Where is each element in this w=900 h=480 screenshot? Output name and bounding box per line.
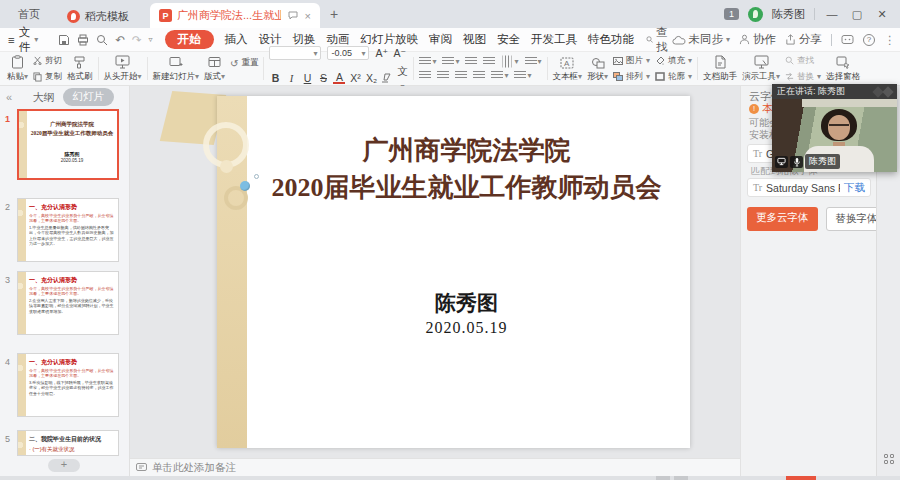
copy-button[interactable]: 复制 xyxy=(33,71,62,83)
add-slide-button[interactable]: + xyxy=(48,459,80,472)
new-tab-button[interactable]: + xyxy=(320,0,348,28)
webcam-video[interactable]: 陈秀图 xyxy=(772,99,897,172)
user-name[interactable]: 陈秀图 xyxy=(772,7,805,22)
sync-status[interactable]: 未同步 ▾ xyxy=(672,32,731,47)
format-painter-button[interactable]: 格式刷 xyxy=(67,54,93,83)
chevron-down-icon[interactable]: ▿ xyxy=(149,35,153,44)
comment-bubble-icon[interactable] xyxy=(288,11,298,20)
slide-author[interactable]: 陈秀图 xyxy=(247,289,686,317)
outline-button[interactable]: 轮廓▾ xyxy=(655,71,692,83)
slide-thumbnail-3[interactable]: 一、充分认清形势 今年，高校毕业生就业形势十分严峻，从全省情况看，主要体现在四个… xyxy=(17,271,119,335)
video-call-overlay[interactable]: 正在讲话: 陈秀图 陈秀图 xyxy=(772,84,897,172)
file-menu[interactable]: ≡ 文件 ▾ xyxy=(8,25,38,55)
replace-button[interactable]: 替换▾ xyxy=(785,71,821,83)
tab-document[interactable]: P 广州商学院法...生就业动员会 × xyxy=(150,3,320,28)
avatar[interactable] xyxy=(748,7,763,22)
close-button[interactable]: ✕ xyxy=(874,8,890,21)
font-size-combo[interactable]: -0.05▾ xyxy=(327,46,369,60)
slide-title[interactable]: 广州商学院法学院 2020届毕业生就业工作教师动员会 xyxy=(247,132,686,206)
new-slide-button[interactable]: 新建幻灯片▾ xyxy=(153,54,200,83)
slide-canvas[interactable]: 广州商学院法学院 2020届毕业生就业工作教师动员会 陈秀图 2020.05.1… xyxy=(217,96,690,448)
notes-bar[interactable]: 单击此处添加备注 xyxy=(130,458,740,476)
slide-sorter-icon[interactable] xyxy=(884,454,894,464)
collaborate-button[interactable]: 协作 xyxy=(739,32,776,47)
superscript-button[interactable]: X² xyxy=(349,72,361,84)
menu-item-view[interactable]: 视图 xyxy=(463,32,486,47)
help-icon[interactable]: ? xyxy=(863,34,875,46)
share-button[interactable]: 分享 xyxy=(785,32,822,47)
more-cloud-fonts-button[interactable]: 更多云字体 xyxy=(747,207,818,231)
print-preview-icon[interactable] xyxy=(96,34,108,46)
bold-button[interactable]: B xyxy=(269,72,281,84)
doc-assistant-button[interactable]: 文档助手 xyxy=(703,54,737,83)
text-direction-icon[interactable]: ▾ xyxy=(501,57,518,66)
tab-close-icon[interactable]: × xyxy=(305,10,311,22)
subscript-button[interactable]: X₂ xyxy=(365,72,377,84)
slide-date[interactable]: 2020.05.19 xyxy=(247,319,686,337)
microphone-icon[interactable] xyxy=(790,156,803,168)
more-options-icon[interactable]: ⋮ xyxy=(884,33,896,47)
paste-button[interactable]: 粘贴▾ xyxy=(7,54,28,83)
decrease-indent-icon[interactable] xyxy=(465,57,477,66)
slide-thumbnail-4[interactable]: 一、充分认清形势 今年，高校毕业生就业形势十分严峻，从全省情况看，主要体现在四个… xyxy=(17,353,119,417)
print-icon[interactable] xyxy=(77,34,89,46)
notification-badge[interactable]: 1 xyxy=(724,8,739,20)
save-icon[interactable] xyxy=(58,34,70,46)
textbox-button[interactable]: A 文本框▾ xyxy=(553,54,583,83)
paragraph-settings-icon[interactable]: ▾ xyxy=(525,57,542,66)
menu-item-transition[interactable]: 切换 xyxy=(293,32,316,47)
underline-button[interactable]: U xyxy=(301,72,313,84)
selection-pane-button[interactable]: 选择窗格 xyxy=(826,54,860,83)
video-call-header[interactable]: 正在讲话: 陈秀图 xyxy=(772,84,897,99)
slide-thumbnail-1[interactable]: 广州商学院法学院 2020届毕业生就业工作教师动员会 陈秀图 2020.05.1… xyxy=(17,109,119,180)
collapse-panel-icon[interactable]: « xyxy=(0,91,18,103)
find-menu[interactable]: 查找 xyxy=(646,25,672,55)
decrease-font-icon[interactable]: A⁻ xyxy=(393,47,405,59)
tab-slides[interactable]: 幻灯片 xyxy=(63,88,115,106)
font-name-combo[interactable]: ▾ xyxy=(269,46,321,60)
font-item-saturday-sans[interactable]: Tr Saturday Sans Regul 下载 xyxy=(747,178,871,197)
align-right-icon[interactable] xyxy=(455,71,467,80)
from-beginning-button[interactable]: 从头开始▾ xyxy=(104,54,142,83)
tab-outline[interactable]: 大纲 xyxy=(33,90,55,105)
menu-item-design[interactable]: 设计 xyxy=(259,32,282,47)
slide-thumbnail-2[interactable]: 一、充分认清形势 今年，高校毕业生就业形势十分严峻，从全省情况看，主要体现在四个… xyxy=(17,198,119,262)
bullets-icon[interactable]: ▾ xyxy=(419,57,436,66)
slide-editor-area[interactable]: 广州商学院法学院 2020届毕业生就业工作教师动员会 陈秀图 2020.05.1… xyxy=(130,86,740,480)
slide-thumbnail-5[interactable]: 二、我院毕业生目前的状况 · (一)有关就业状况 xyxy=(17,430,119,456)
align-center-icon[interactable] xyxy=(437,71,449,80)
redo-icon[interactable]: ↷ xyxy=(132,33,142,47)
layout-button[interactable]: 版式▾ xyxy=(204,54,225,83)
tab-docer[interactable]: 稻壳模板 xyxy=(58,4,150,28)
menu-item-security[interactable]: 安全 xyxy=(497,32,520,47)
fill-button[interactable]: 填充▾ xyxy=(655,55,692,67)
numbering-icon[interactable]: ▾ xyxy=(442,57,459,66)
menu-item-review[interactable]: 审阅 xyxy=(429,32,452,47)
picture-button[interactable]: 图片▾ xyxy=(613,55,650,67)
columns-icon[interactable]: ▾ xyxy=(514,71,531,80)
justify-icon[interactable] xyxy=(473,71,485,80)
message-icon[interactable] xyxy=(841,34,854,45)
present-tools-button[interactable]: 演示工具▾ xyxy=(742,54,780,83)
minimize-button[interactable]: — xyxy=(824,8,840,20)
font-color-button[interactable]: A xyxy=(333,72,345,84)
reset-button[interactable]: ↺ 重置 xyxy=(230,57,258,69)
arrange-button[interactable]: 排列▾ xyxy=(613,71,650,83)
maximize-button[interactable]: ▢ xyxy=(849,8,865,21)
line-spacing-icon[interactable]: ▾ xyxy=(491,71,508,80)
menu-item-animation[interactable]: 动画 xyxy=(327,32,350,47)
shapes-button[interactable]: 形状▾ xyxy=(587,54,608,83)
increase-indent-icon[interactable] xyxy=(483,57,495,66)
download-link[interactable]: 下载 xyxy=(844,181,865,195)
find-button[interactable]: 查找 xyxy=(785,55,821,67)
screen-share-icon[interactable] xyxy=(775,156,788,168)
cut-button[interactable]: 剪切 xyxy=(33,55,62,67)
menu-item-devtools[interactable]: 开发工具 xyxy=(531,32,577,47)
align-left-icon[interactable] xyxy=(419,71,431,80)
menu-item-features[interactable]: 特色功能 xyxy=(588,32,634,47)
increase-font-icon[interactable]: A⁺ xyxy=(375,47,387,59)
italic-button[interactable]: I xyxy=(285,73,297,84)
undo-icon[interactable]: ↶ xyxy=(115,33,125,47)
strikethrough-button[interactable]: S xyxy=(317,72,329,84)
menu-item-slideshow[interactable]: 幻灯片放映 xyxy=(361,32,419,47)
